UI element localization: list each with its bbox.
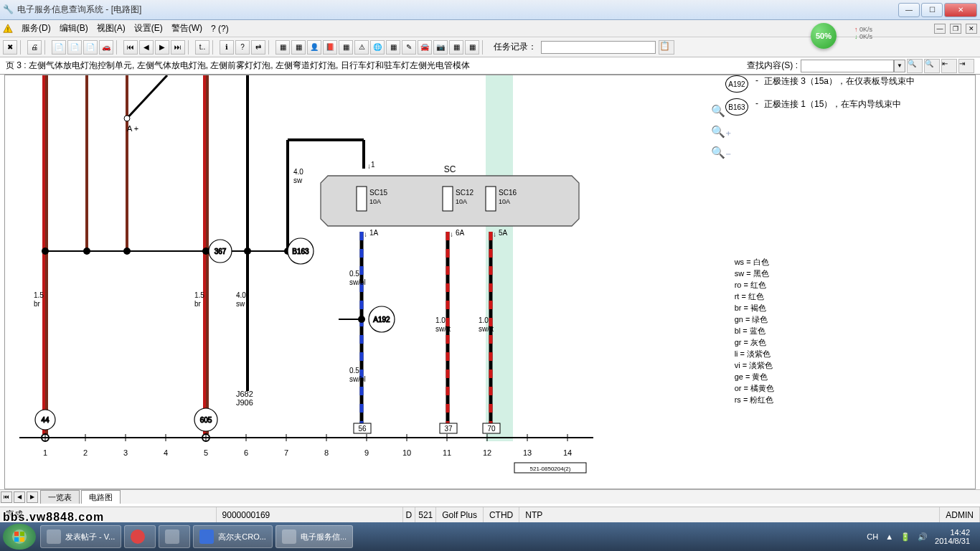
nav-next-icon[interactable]: ▶ (155, 40, 169, 55)
system-tray: CH ▲ 🔋 🔊 14:42 2014/8/31 (867, 528, 977, 545)
start-button[interactable] (3, 524, 36, 550)
tool-g4-icon[interactable]: 📕 (323, 40, 337, 55)
menu-warn[interactable]: 警告(W) (171, 22, 202, 34)
svg-line-20 (127, 75, 167, 118)
menu-service[interactable]: 服务(D) (22, 22, 51, 34)
ime-indicator[interactable]: CH (867, 532, 878, 541)
legend-row: rs = 粉红色 (735, 394, 774, 405)
svg-rect-111 (20, 537, 24, 542)
menu-view[interactable]: 视图(A) (97, 22, 126, 34)
tool-g12-icon[interactable]: ▦ (449, 40, 463, 55)
tab-overview[interactable]: 一览表 (40, 490, 80, 504)
search-btn2[interactable]: 🔍 (924, 59, 940, 73)
tool-g7-icon[interactable]: 🌐 (370, 40, 385, 55)
mdi-close-button[interactable]: ✕ (966, 24, 977, 34)
nav-prev-icon[interactable]: ◀ (139, 40, 154, 55)
tab-nav-next[interactable]: ▶ (27, 491, 38, 503)
tool-print-icon[interactable]: 🖨 (27, 40, 42, 55)
zoom-fit-icon[interactable]: 🔍 (711, 104, 731, 118)
taskbar-item[interactable]: 高尔夫CRO... (193, 525, 273, 548)
taskbar-item[interactable] (159, 525, 190, 548)
tool-doc1-icon[interactable]: 📄 (52, 40, 66, 55)
search-label: 查找内容(S) : (747, 60, 798, 72)
tool-stop-icon[interactable]: ✖ (3, 40, 17, 55)
svg-text:A192: A192 (373, 316, 390, 324)
tool-g5-icon[interactable]: ▦ (339, 40, 353, 55)
svg-text:4.0sw: 4.0sw (293, 168, 303, 184)
svg-point-11 (83, 248, 90, 255)
tool-g1-icon[interactable]: ▦ (275, 40, 290, 55)
taskbar-clock[interactable]: 14:42 2014/8/31 (935, 528, 970, 545)
tool-g2-icon[interactable]: ▦ (291, 40, 306, 55)
taskbar-item-active[interactable]: 电子服务信... (275, 525, 353, 548)
search-btn4[interactable]: ⇥ (958, 59, 974, 73)
tray-flag-icon[interactable]: ▲ (885, 532, 893, 541)
tool-g9-icon[interactable]: ✎ (402, 40, 416, 55)
legend-row: bl = 蓝色 (735, 325, 774, 336)
tool-g6-icon[interactable]: ⚠ (354, 40, 369, 55)
minimize-button[interactable]: — (898, 3, 920, 17)
tool-g11-icon[interactable]: 📷 (433, 40, 448, 55)
opera-icon (131, 529, 145, 544)
note-dash: - (755, 75, 758, 93)
windows-logo-icon (11, 528, 28, 545)
menu-help[interactable]: ? (?) (211, 24, 229, 34)
clock-date: 2014/8/31 (935, 537, 970, 545)
tool-car-icon[interactable]: 🚗 (99, 40, 113, 55)
watermark: bbs.vw8848.com (3, 511, 104, 524)
svg-text:B163: B163 (292, 248, 309, 255)
tool-g10-icon[interactable]: 🚘 (418, 40, 432, 55)
svg-text:SC15: SC15 (369, 189, 387, 197)
mdi-restore-button[interactable]: ❐ (950, 24, 961, 34)
tool-help-icon[interactable]: ? (235, 40, 250, 55)
svg-text:9: 9 (364, 448, 369, 457)
mdi-min-button[interactable]: — (934, 24, 946, 34)
legend-row: ge = 黄色 (735, 371, 774, 382)
tool-swap-icon[interactable]: ⇄ (251, 40, 265, 55)
search-dropdown-button[interactable]: ▼ (894, 60, 905, 72)
wiring-diagram: A + SC ↓ 1 SC15 10A SC12 10A (5, 75, 608, 477)
tab-circuit[interactable]: 电路图 (81, 490, 121, 504)
taskbar-item[interactable] (124, 525, 156, 548)
tray-battery-icon[interactable]: 🔋 (900, 532, 910, 542)
tool-g13-icon[interactable]: ▦ (465, 40, 479, 55)
tab-nav-prev[interactable]: ◀ (14, 491, 25, 503)
menu-edit[interactable]: 编辑(B) (60, 22, 88, 34)
clock-time: 14:42 (935, 528, 970, 537)
tool-text-icon[interactable]: t.. (195, 40, 209, 55)
nav-first-icon[interactable]: ⏮ (123, 40, 138, 55)
svg-text:2: 2 (83, 448, 88, 457)
svg-point-12 (123, 248, 131, 255)
legend-row: rt = 红色 (735, 291, 774, 302)
svg-rect-110 (14, 537, 19, 542)
search-input[interactable] (801, 60, 894, 72)
legend-row: or = 橘黄色 (735, 382, 774, 394)
windows-taskbar: 发表帖子 - V... 高尔夫CRO... 电子服务信... CH ▲ 🔋 🔊 … (0, 522, 980, 551)
task-pick-button[interactable]: 📋 (659, 40, 674, 55)
svg-point-21 (124, 116, 130, 121)
svg-text:↓: ↓ (493, 230, 496, 238)
tab-nav-first[interactable]: ⏮ (1, 491, 12, 503)
tray-volume-icon[interactable]: 🔊 (918, 532, 928, 542)
menu-settings[interactable]: 设置(E) (134, 22, 163, 34)
taskbar-item[interactable]: 发表帖子 - V... (40, 525, 121, 548)
tool-doc2-icon[interactable]: 📄 (67, 40, 82, 55)
zoom-in-icon[interactable]: 🔍₊ (711, 125, 731, 138)
window-titlebar: 🔧 电子服务信息查询系统 - [电路图] — ☐ ✕ (0, 0, 980, 20)
tool-info-icon[interactable]: ℹ (220, 40, 234, 55)
tool-g3-icon[interactable]: 👤 (307, 40, 321, 55)
search-btn3[interactable]: ⇤ (941, 59, 957, 73)
search-btn1[interactable]: 🔍 (907, 59, 923, 73)
canvas-area: A192 - 正极连接 3（15a），在仪表板导线束中 B163 - 正极连接 … (0, 75, 980, 504)
legend-row: gr = 灰色 (735, 336, 774, 348)
maximize-button[interactable]: ☐ (921, 3, 943, 17)
zoom-controls: 🔍 🔍₊ 🔍₋ (711, 104, 731, 159)
tool-doc3-icon[interactable]: 📄 (83, 40, 98, 55)
task-record-input[interactable] (541, 41, 656, 54)
page-description: 页 3 : 左侧气体放电灯泡控制单元, 左侧气体放电灯泡, 左侧前雾灯灯泡, 左… (6, 60, 747, 72)
zoom-out-icon[interactable]: 🔍₋ (711, 146, 731, 159)
tool-g8-icon[interactable]: ▦ (386, 40, 400, 55)
diagram-canvas[interactable]: A192 - 正极连接 3（15a），在仪表板导线束中 B163 - 正极连接 … (4, 75, 976, 489)
close-button[interactable]: ✕ (944, 3, 977, 17)
nav-last-icon[interactable]: ⏭ (171, 40, 185, 55)
